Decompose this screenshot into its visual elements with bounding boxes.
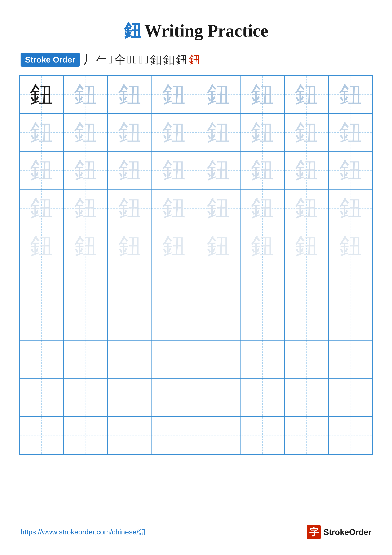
practice-char: 鈕 — [207, 121, 230, 144]
stroke-7: 𠂅 — [139, 53, 143, 66]
grid-cell[interactable] — [196, 265, 240, 303]
grid-cell[interactable]: 鈕 — [328, 151, 373, 189]
grid-cell[interactable] — [240, 379, 284, 417]
grid-cell[interactable]: 鈕 — [64, 151, 107, 189]
grid-cell[interactable]: 鈕 — [196, 151, 240, 189]
grid-cell[interactable] — [328, 379, 373, 417]
grid-cell[interactable] — [64, 341, 107, 379]
grid-cell[interactable] — [19, 265, 64, 303]
practice-char: 鈕 — [251, 235, 274, 258]
grid-cell[interactable]: 鈕 — [240, 189, 284, 227]
practice-char: 鈕 — [162, 121, 185, 144]
footer-logo-text: StrokeOrder — [324, 527, 371, 537]
stroke-5: 𠂇 — [127, 53, 131, 66]
grid-cell[interactable]: 鈕 — [108, 189, 152, 227]
practice-char: 鈕 — [162, 159, 185, 182]
practice-char: 鈕 — [118, 159, 141, 182]
grid-cell[interactable] — [108, 265, 152, 303]
grid-cell[interactable]: 鈕 — [196, 75, 240, 113]
practice-char: 鈕 — [74, 121, 97, 144]
grid-cell[interactable] — [328, 265, 373, 303]
grid-cell[interactable]: 鈕 — [19, 227, 64, 265]
grid-cell[interactable]: 鈕 — [64, 113, 107, 151]
grid-cell[interactable] — [152, 303, 196, 341]
grid-cell[interactable]: 鈕 — [108, 227, 152, 265]
grid-cell[interactable] — [284, 265, 328, 303]
practice-char: 鈕 — [74, 159, 97, 182]
grid-cell[interactable] — [108, 379, 152, 417]
grid-cell[interactable] — [108, 341, 152, 379]
grid-cell[interactable] — [284, 303, 328, 341]
grid-cell[interactable] — [284, 341, 328, 379]
grid-cell[interactable]: 鈕 — [152, 113, 196, 151]
grid-cell[interactable]: 鈕 — [64, 227, 107, 265]
grid-cell[interactable] — [196, 303, 240, 341]
grid-cell[interactable]: 鈕 — [19, 75, 64, 113]
grid-cell[interactable]: 鈕 — [328, 75, 373, 113]
grid-cell[interactable]: 鈕 — [19, 151, 64, 189]
grid-cell[interactable] — [19, 416, 64, 454]
grid-cell[interactable]: 鈕 — [328, 227, 373, 265]
grid-cell[interactable] — [196, 379, 240, 417]
grid-cell[interactable] — [328, 416, 373, 454]
practice-char: 鈕 — [339, 121, 362, 144]
grid-cell[interactable] — [152, 416, 196, 454]
grid-cell[interactable]: 鈕 — [108, 113, 152, 151]
stroke-4: 仐 — [114, 52, 126, 67]
grid-cell[interactable]: 鈕 — [240, 151, 284, 189]
grid-cell[interactable] — [240, 303, 284, 341]
title-text: Writing Practice — [144, 21, 268, 40]
grid-cell[interactable]: 鈕 — [328, 189, 373, 227]
grid-cell[interactable] — [196, 341, 240, 379]
grid-cell[interactable]: 鈕 — [152, 75, 196, 113]
grid-cell[interactable]: 鈕 — [196, 227, 240, 265]
grid-cell[interactable] — [284, 379, 328, 417]
grid-cell[interactable] — [64, 416, 107, 454]
grid-cell[interactable] — [19, 379, 64, 417]
grid-cell[interactable] — [240, 341, 284, 379]
grid-cell[interactable]: 鈕 — [152, 151, 196, 189]
grid-cell[interactable] — [240, 416, 284, 454]
grid-cell[interactable]: 鈕 — [284, 189, 328, 227]
grid-cell[interactable] — [108, 416, 152, 454]
grid-cell[interactable] — [64, 379, 107, 417]
grid-cell[interactable]: 鈕 — [284, 227, 328, 265]
grid-cell[interactable]: 鈕 — [196, 189, 240, 227]
grid-cell[interactable] — [152, 341, 196, 379]
grid-cell[interactable]: 鈕 — [64, 75, 107, 113]
grid-cell[interactable]: 鈕 — [240, 113, 284, 151]
footer-logo-icon: 字 — [307, 525, 321, 539]
practice-char: 鈕 — [30, 83, 53, 106]
practice-char: 鈕 — [118, 235, 141, 258]
grid-cell[interactable]: 鈕 — [284, 75, 328, 113]
grid-cell[interactable] — [196, 416, 240, 454]
grid-cell[interactable] — [108, 303, 152, 341]
grid-cell[interactable]: 鈕 — [108, 151, 152, 189]
grid-cell[interactable]: 鈕 — [240, 227, 284, 265]
grid-cell[interactable] — [64, 303, 107, 341]
grid-cell[interactable] — [64, 265, 107, 303]
grid-cell[interactable]: 鈕 — [284, 151, 328, 189]
grid-cell[interactable] — [240, 265, 284, 303]
grid-cell[interactable]: 鈕 — [19, 189, 64, 227]
grid-cell[interactable] — [328, 341, 373, 379]
grid-cell[interactable]: 鈕 — [64, 189, 107, 227]
grid-cell[interactable]: 鈕 — [284, 113, 328, 151]
grid-cell[interactable] — [328, 303, 373, 341]
grid-cell[interactable] — [284, 416, 328, 454]
grid-cell[interactable]: 鈕 — [108, 75, 152, 113]
stroke-order-chars: 丿 𠂉 𠂈 仐 𠂇 𠂆 𠂅 𠂄 釦 釦 鈕 鈕 — [83, 52, 200, 67]
stroke-final: 鈕 — [189, 52, 200, 67]
grid-cell[interactable]: 鈕 — [328, 113, 373, 151]
grid-cell[interactable]: 鈕 — [19, 113, 64, 151]
grid-cell[interactable] — [19, 303, 64, 341]
page-title: 鈕Writing Practice — [0, 0, 392, 52]
grid-cell[interactable]: 鈕 — [240, 75, 284, 113]
grid-cell[interactable]: 鈕 — [196, 113, 240, 151]
grid-cell[interactable] — [152, 265, 196, 303]
grid-cell[interactable]: 鈕 — [152, 227, 196, 265]
grid-cell[interactable]: 鈕 — [152, 189, 196, 227]
footer-url: https://www.strokeorder.com/chinese/鈕 — [21, 527, 145, 537]
grid-cell[interactable] — [152, 379, 196, 417]
grid-cell[interactable] — [19, 341, 64, 379]
